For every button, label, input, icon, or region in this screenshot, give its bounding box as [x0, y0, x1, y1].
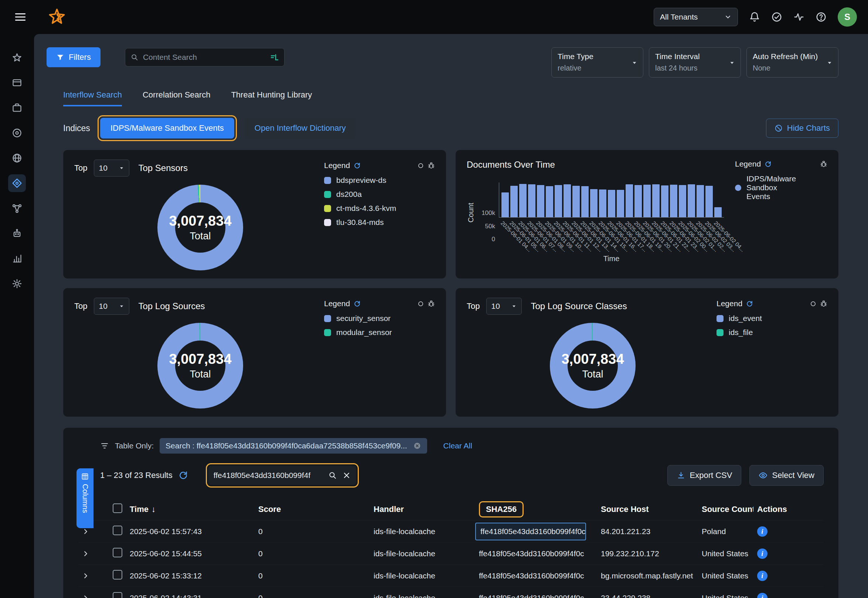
expand-row-icon[interactable]	[78, 594, 109, 598]
bar-chart-icon[interactable]	[8, 250, 26, 268]
info-icon[interactable]: i	[757, 593, 768, 598]
legend-cycle-icon[interactable]	[354, 162, 361, 169]
table-search-input[interactable]	[214, 471, 323, 480]
tab-correlation-search[interactable]: Correlation Search	[143, 90, 210, 106]
info-icon[interactable]: i	[757, 526, 768, 537]
legend-item[interactable]: bdspreview-ds	[324, 176, 435, 185]
interflow-icon[interactable]	[270, 53, 279, 62]
legend-item[interactable]: ids_file	[717, 328, 828, 337]
legend-item[interactable]: ids_event	[717, 314, 828, 323]
bug-icon[interactable]	[428, 300, 435, 307]
legend-marker-icon	[324, 191, 331, 198]
cell-sha256[interactable]: ffe418f05e43dd3160b099f4f0c	[475, 571, 597, 580]
circle-icon[interactable]	[418, 300, 424, 307]
info-icon[interactable]: i	[757, 571, 768, 581]
cell-sha256[interactable]: ffe418f05e43dd3160b099f4f0c	[475, 549, 597, 558]
legend-item[interactable]: IDPS/Malware Sandbox Events	[735, 174, 828, 201]
legend-cycle-icon[interactable]	[354, 300, 361, 307]
top-n-select[interactable]: 10	[486, 298, 522, 315]
column-header-source-host[interactable]: Source Host	[597, 505, 698, 514]
card-icon[interactable]	[8, 74, 26, 91]
expand-row-icon[interactable]	[78, 550, 109, 558]
activity-icon[interactable]	[793, 12, 804, 22]
crosshair-icon[interactable]	[8, 174, 26, 192]
bug-icon[interactable]	[428, 162, 435, 169]
row-checkbox[interactable]	[113, 570, 122, 580]
filter-lines-icon	[100, 441, 109, 450]
expand-row-icon[interactable]	[78, 528, 109, 535]
row-checkbox[interactable]	[113, 592, 122, 598]
cell-sha256[interactable]: ffe418f05e43dd3160b099f4f0c	[475, 594, 597, 598]
circle-icon[interactable]	[810, 300, 816, 307]
check-circle-icon[interactable]	[771, 12, 782, 22]
bot-icon[interactable]	[8, 224, 26, 242]
star-icon[interactable]	[8, 49, 26, 66]
logo-star-icon[interactable]	[47, 7, 66, 27]
tab-interflow-search[interactable]: Interflow Search	[63, 90, 122, 106]
search-filter-chip[interactable]: Search : ffe418f05e43dd3160b099f4f0ca6da…	[160, 438, 427, 454]
column-header-actions[interactable]: Actions	[753, 505, 824, 514]
legend-item[interactable]: ct-mds-4.3.6-kvm	[324, 204, 435, 213]
expand-row-icon[interactable]	[78, 572, 109, 580]
row-checkbox[interactable]	[113, 526, 122, 535]
bar	[519, 184, 527, 217]
columns-button[interactable]: Columns	[76, 468, 93, 528]
cell-source-country: United States	[698, 549, 753, 558]
legend-item[interactable]: tlu-30.84-mds	[324, 218, 435, 227]
tenant-selector[interactable]: All Tenants	[654, 8, 738, 26]
table-search[interactable]	[208, 466, 356, 485]
column-header-handler[interactable]: Handler	[370, 505, 475, 514]
menu-icon[interactable]	[14, 11, 27, 23]
filters-button[interactable]: Filters	[46, 47, 100, 67]
time-interval-dropdown[interactable]: Time Interval last 24 hours	[649, 47, 741, 78]
clear-search-icon[interactable]	[342, 471, 351, 480]
column-header-sha256[interactable]: SHA256	[475, 501, 597, 517]
select-all-checkbox[interactable]	[113, 504, 122, 513]
column-header-time[interactable]: Time↓	[126, 505, 254, 514]
select-view-label: Select View	[772, 471, 814, 480]
top-n-value: 10	[99, 302, 107, 311]
avatar[interactable]: S	[838, 7, 857, 27]
clear-all-link[interactable]: Clear All	[443, 441, 472, 450]
bell-icon[interactable]	[749, 12, 760, 22]
legend-item[interactable]: security_sensor	[324, 314, 435, 323]
tab-threat-hunting-library[interactable]: Threat Hunting Library	[231, 90, 312, 106]
chip-close-icon[interactable]	[413, 442, 421, 450]
info-icon[interactable]: i	[757, 549, 768, 559]
hide-charts-button[interactable]: Hide Charts	[766, 118, 838, 138]
open-interflow-dictionary-button[interactable]: Open Interflow Dictionary	[245, 118, 355, 139]
legend-cycle-icon[interactable]	[765, 161, 772, 168]
bar	[688, 184, 695, 217]
select-view-button[interactable]: Select View	[750, 465, 824, 486]
caret-down-icon	[511, 303, 517, 309]
table-row: 2025-06-02 15:57:430ids-file-localcachef…	[78, 520, 824, 542]
column-header-score[interactable]: Score	[254, 505, 370, 514]
search-icon[interactable]	[328, 471, 337, 480]
content-search[interactable]	[125, 48, 284, 66]
column-header-source-countr[interactable]: Source Countr	[698, 505, 753, 514]
network-icon[interactable]	[8, 199, 26, 217]
top-n-select[interactable]: 10	[94, 160, 129, 176]
auto-refresh-dropdown[interactable]: Auto Refresh (Min) None	[747, 47, 838, 78]
briefcase-icon[interactable]	[8, 99, 26, 117]
help-icon[interactable]	[816, 12, 827, 22]
gear-icon[interactable]	[8, 275, 26, 293]
content-search-input[interactable]	[143, 53, 266, 62]
row-checkbox[interactable]	[113, 548, 122, 558]
legend-item[interactable]: modular_sensor	[324, 328, 435, 337]
bug-icon[interactable]	[820, 160, 828, 168]
legend-cycle-icon[interactable]	[746, 300, 753, 307]
globe-icon[interactable]	[8, 149, 26, 167]
legend-item[interactable]: ds200a	[324, 190, 435, 199]
cell-sha256[interactable]: ffe418f05e43dd3160b099f4f0c	[475, 523, 586, 540]
bug-icon[interactable]	[820, 300, 828, 307]
sort-desc-icon[interactable]: ↓	[151, 505, 156, 514]
export-csv-button[interactable]: Export CSV	[667, 465, 742, 486]
refresh-icon[interactable]	[178, 471, 188, 480]
topbar: All Tenants S	[0, 0, 868, 34]
time-type-dropdown[interactable]: Time Type relative	[551, 47, 644, 78]
circle-icon[interactable]	[418, 163, 424, 169]
selected-index-button[interactable]: IDPS/Malware Sandbox Events	[100, 118, 234, 139]
disc-icon[interactable]	[8, 124, 26, 142]
top-n-select[interactable]: 10	[94, 298, 129, 315]
